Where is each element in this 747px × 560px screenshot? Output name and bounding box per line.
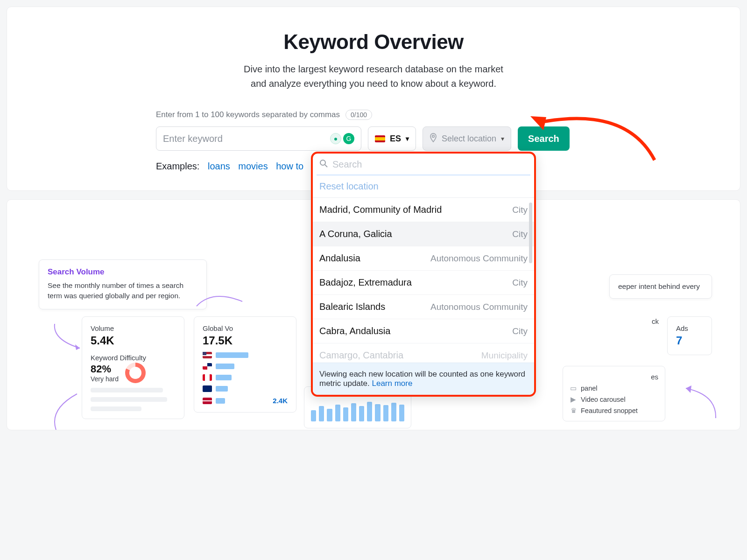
kd-donut-icon (125, 363, 146, 383)
page-title: Keyword Overview (21, 30, 726, 54)
kd-label: Keyword Difficulty (91, 354, 176, 362)
global-volume-value: 17.5K (203, 334, 288, 347)
volume-card: Volume 5.4K Keyword Difficulty 82% Very … (82, 316, 184, 419)
location-option[interactable]: Cabra, AndalusiaCity (313, 319, 534, 343)
examples-label: Examples: (156, 161, 199, 171)
svg-line-3 (325, 165, 327, 167)
country-select[interactable]: ES ▾ (368, 126, 416, 151)
dropdown-scrollbar[interactable] (529, 203, 532, 263)
location-option[interactable]: Camargo, CantabriaMunicipality (313, 343, 534, 363)
learn-more-link[interactable]: Learn more (372, 379, 412, 388)
ads-card: Ads 7 (667, 316, 712, 355)
reset-location-link[interactable]: Reset location (313, 175, 534, 198)
location-select[interactable]: Select location ▾ (423, 126, 511, 151)
keyword-input-wrapper[interactable]: ● G (156, 126, 361, 151)
dropdown-search-input[interactable] (332, 159, 528, 170)
chevron-down-icon: ▾ (501, 135, 504, 142)
kd-desc: Very hard (91, 375, 119, 383)
metric-label: Global Vo (203, 324, 288, 332)
country-code: ES (390, 134, 401, 144)
keyword-form: Enter from 1 to 100 keywords separated b… (156, 110, 591, 172)
keyword-input[interactable] (163, 133, 330, 144)
callout-title: Search Volume (48, 267, 198, 277)
metric-fragment: ck (652, 316, 659, 325)
metric-label: Ads (676, 324, 703, 332)
panel-icon: ▭ (570, 385, 577, 392)
helper-text: Enter from 1 to 100 keywords separated b… (156, 110, 340, 119)
location-option[interactable]: A Coruna, GaliciaCity (313, 222, 534, 246)
video-icon: ▶ (570, 396, 577, 403)
ads-value: 7 (676, 334, 703, 347)
grammarly-icon[interactable]: G (343, 133, 354, 144)
location-option[interactable]: Badajoz, ExtremaduraCity (313, 271, 534, 295)
serp-features-card: es ▭panel ▶Video carousel ♛Feautured sno… (563, 366, 665, 421)
kd-value: 82% (91, 363, 119, 375)
location-placeholder: Select location (442, 134, 496, 144)
flag-uk-icon (203, 363, 212, 370)
intent-callout-fragment: eeper intent behind every (609, 274, 712, 299)
gv-side-value: 2.4K (273, 397, 288, 405)
example-link[interactable]: how to (276, 161, 303, 171)
example-link[interactable]: movies (238, 161, 268, 171)
keyword-overview-hero: Keyword Overview Dive into the largest k… (7, 7, 740, 191)
location-dropdown: Reset location Madrid, Community of Madr… (311, 152, 536, 397)
chevron-down-icon: ▾ (406, 135, 409, 142)
page-subtitle: Dive into the largest keyword research d… (21, 62, 726, 91)
svg-marker-4 (75, 344, 80, 350)
global-volume-card: Global Vo 17.5K 2.4K (194, 316, 296, 413)
flag-us-icon (203, 352, 212, 358)
search-icon (319, 159, 328, 170)
location-option[interactable]: AndalusiaAutonomous Community (313, 246, 534, 271)
flag-no-icon (203, 398, 212, 404)
dropdown-footer: Viewing each new location will be counte… (313, 363, 534, 395)
volume-value: 5.4K (91, 334, 176, 347)
dropdown-list: Madrid, Community of MadridCity A Coruna… (313, 198, 534, 363)
location-option[interactable]: Balearic IslandsAutonomous Community (313, 295, 534, 319)
flag-ca-icon (203, 374, 212, 381)
metric-label: Volume (91, 324, 176, 332)
flag-es-icon (375, 135, 385, 142)
location-pin-icon (430, 133, 437, 145)
callout-desc: See the monthly number of times a search… (48, 280, 198, 301)
serp-heading-fragment: es (570, 373, 658, 381)
crown-icon: ♛ (570, 407, 577, 414)
flag-au-icon (203, 385, 212, 392)
keyword-counter: 0/100 (345, 110, 372, 120)
input-badges: ● G (330, 133, 354, 144)
svg-point-2 (320, 160, 325, 165)
assistant-icon[interactable]: ● (330, 133, 341, 144)
location-option[interactable]: Madrid, Community of MadridCity (313, 198, 534, 222)
trend-bars-icon (311, 393, 404, 421)
dropdown-search-row (313, 154, 534, 175)
svg-point-0 (432, 135, 435, 137)
example-link[interactable]: loans (208, 161, 230, 171)
search-button[interactable]: Search (518, 126, 570, 151)
search-volume-callout: Search Volume See the monthly number of … (39, 259, 207, 309)
